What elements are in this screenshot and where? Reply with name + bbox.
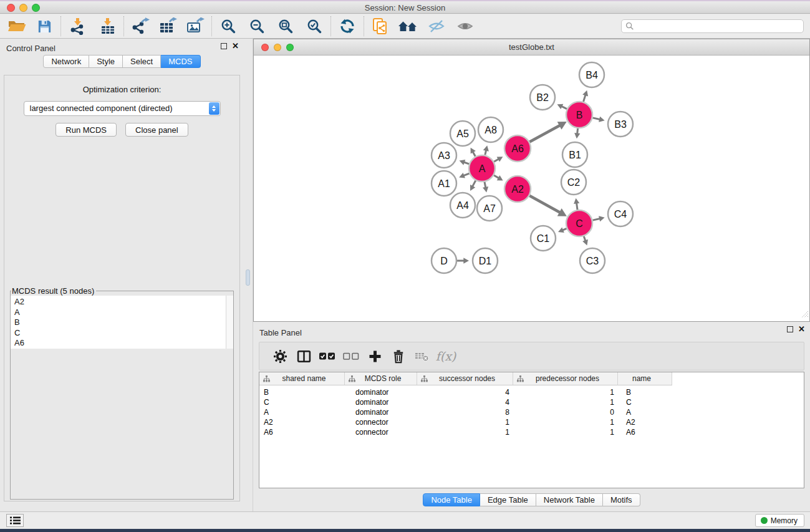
table-row[interactable]: A2connector11A2	[259, 418, 804, 428]
table-cell: dominator	[345, 408, 417, 418]
tab-mcds[interactable]: MCDS	[161, 55, 200, 68]
edge-C-C2[interactable]	[577, 203, 577, 210]
delete-column-trash-icon[interactable]	[387, 346, 410, 367]
float-panel-icon[interactable]	[221, 43, 227, 49]
network-graph[interactable]: AA1A2A3A4A5A6A7A8BB1B2B3B4CC1C2C3C4DD1	[254, 56, 809, 321]
table-row[interactable]: Adominator80A	[259, 408, 804, 418]
import-table-icon[interactable]	[95, 16, 119, 36]
export-network-icon[interactable]	[128, 16, 152, 36]
tab-motifs[interactable]: Motifs	[603, 493, 640, 506]
show-panels-eye-icon[interactable]	[453, 16, 477, 36]
edge-B-B1[interactable]	[577, 128, 578, 134]
zoom-in-icon[interactable]	[216, 16, 240, 36]
edge-C-C4[interactable]	[592, 218, 600, 220]
zoom-selected-icon[interactable]	[302, 16, 326, 36]
search-input[interactable]	[634, 21, 803, 32]
node-label: A	[479, 163, 486, 174]
run-mcds-button[interactable]: Run MCDS	[55, 123, 117, 137]
edge-A-A2[interactable]	[494, 175, 499, 178]
show-columns-icon[interactable]	[292, 346, 316, 367]
optimization-criterion-label: Optimization criterion:	[83, 85, 162, 94]
tab-node-table[interactable]: Node Table	[423, 493, 480, 506]
node-label: C1	[537, 233, 550, 244]
close-panel-icon[interactable]: ✕	[232, 42, 239, 50]
edge-A2-C[interactable]	[529, 196, 560, 213]
network-window-titlebar[interactable]: testGlobe.txt	[254, 39, 809, 56]
arrowhead-icon	[463, 258, 469, 263]
panel-splitter[interactable]	[244, 39, 253, 511]
edge-A-A5[interactable]	[473, 152, 475, 156]
edge-B-B4[interactable]	[584, 95, 586, 102]
table-row[interactable]: Cdominator41C	[259, 398, 804, 408]
tab-style[interactable]: Style	[89, 55, 123, 68]
search-field[interactable]	[621, 19, 804, 33]
tab-network[interactable]: Network	[43, 55, 89, 68]
new-network-from-file-icon[interactable]	[369, 16, 392, 36]
network-canvas[interactable]: AA1A2A3A4A5A6A7A8BB1B2B3B4CC1C2C3C4DD1	[254, 56, 809, 321]
zoom-fit-icon[interactable]	[274, 16, 297, 36]
tab-network-table[interactable]: Network Table	[536, 493, 603, 506]
settings-gear-icon[interactable]	[268, 346, 292, 367]
delete-table-icon[interactable]	[410, 346, 434, 367]
select-all-icon[interactable]	[316, 346, 339, 367]
resize-grip-icon[interactable]	[801, 309, 809, 321]
edge-A-A3[interactable]	[464, 162, 469, 164]
column-header-successor-nodes[interactable]: successor nodes	[417, 372, 513, 385]
node-label: A8	[485, 125, 497, 135]
splitter-grip[interactable]	[246, 269, 250, 286]
home-icon[interactable]	[396, 16, 420, 36]
edge-A-A7[interactable]	[485, 182, 486, 188]
tab-select[interactable]: Select	[123, 55, 161, 68]
criterion-dropdown[interactable]: largest connected component (directed)	[24, 101, 221, 116]
hide-panels-eye-slash-icon[interactable]	[425, 16, 448, 36]
dropdown-stepper-icon[interactable]	[209, 102, 219, 115]
open-session-icon[interactable]	[5, 16, 29, 36]
result-item[interactable]: A6	[14, 338, 226, 349]
app-titlebar: Session: New Session	[0, 0, 810, 14]
tab-edge-table[interactable]: Edge Table	[480, 493, 536, 506]
memory-button[interactable]: Memory	[755, 514, 804, 527]
node-table[interactable]: shared nameMCDS rolesuccessor nodesprede…	[259, 372, 804, 488]
export-table-icon[interactable]	[156, 16, 180, 36]
mcds-result-box: MCDS result (5 nodes) A2ABCA6	[10, 286, 234, 500]
edge-A-A6[interactable]	[494, 159, 499, 162]
edge-B-B2[interactable]	[561, 106, 567, 109]
edge-A-A8[interactable]	[485, 150, 486, 155]
save-session-icon[interactable]	[32, 16, 56, 36]
edge-A-A1[interactable]	[463, 173, 469, 176]
task-history-button[interactable]	[6, 514, 24, 527]
criterion-value: largest connected component (directed)	[30, 104, 173, 113]
table-row[interactable]: Bdominator41B	[259, 388, 804, 398]
table-panel-title: Table Panel	[259, 328, 302, 337]
export-image-icon[interactable]	[183, 16, 207, 36]
result-item[interactable]: A2	[14, 297, 226, 307]
float-table-panel-icon[interactable]	[787, 326, 793, 332]
zoom-out-icon[interactable]	[245, 16, 269, 36]
column-header-name[interactable]: name	[618, 372, 672, 385]
edge-A-A4[interactable]	[473, 180, 476, 186]
close-panel-button[interactable]: Close panel	[125, 123, 188, 137]
table-cell: 0	[513, 408, 618, 418]
column-header-shared-name[interactable]: shared name	[259, 372, 345, 385]
result-item[interactable]: A	[14, 307, 226, 318]
edge-C-C1[interactable]	[562, 228, 567, 230]
column-header-MCDS-role[interactable]: MCDS role	[345, 372, 417, 385]
refresh-icon[interactable]	[335, 16, 359, 36]
arrowhead-icon	[599, 117, 605, 122]
function-builder-icon[interactable]: f(x)	[434, 346, 458, 367]
column-header-predecessor-nodes[interactable]: predecessor nodes	[513, 372, 618, 385]
result-scrollbar[interactable]	[226, 296, 233, 349]
result-item[interactable]: B	[14, 317, 226, 328]
import-network-icon[interactable]	[65, 16, 89, 36]
table-row[interactable]: A6connector11A6	[259, 428, 804, 438]
table-cell: 1	[417, 428, 513, 438]
arrowhead-icon	[582, 90, 588, 97]
edge-A6-B[interactable]	[529, 125, 560, 142]
result-item[interactable]: C	[14, 328, 226, 339]
edge-C-C3[interactable]	[584, 236, 586, 241]
close-table-panel-icon[interactable]: ✕	[798, 326, 805, 333]
add-column-icon[interactable]	[363, 346, 387, 367]
deselect-all-icon[interactable]	[339, 346, 363, 367]
edge-B-B3[interactable]	[592, 118, 600, 120]
memory-status-icon	[761, 517, 768, 524]
